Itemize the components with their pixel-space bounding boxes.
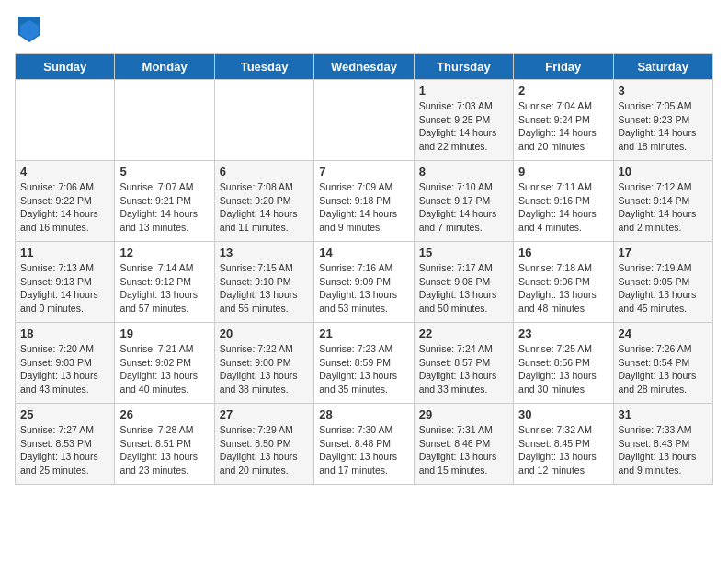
day-info: Sunrise: 7:05 AMSunset: 9:23 PMDaylight:… — [619, 99, 708, 154]
calendar-cell: 30Sunrise: 7:32 AMSunset: 8:45 PMDayligh… — [514, 404, 613, 485]
calendar-cell: 16Sunrise: 7:18 AMSunset: 9:06 PMDayligh… — [514, 242, 613, 323]
day-number: 17 — [619, 246, 708, 259]
day-info: Sunrise: 7:18 AMSunset: 9:06 PMDaylight:… — [518, 261, 608, 316]
calendar-cell: 9Sunrise: 7:11 AMSunset: 9:16 PMDaylight… — [514, 161, 613, 242]
page-header — [15, 15, 713, 42]
day-number: 25 — [20, 408, 109, 421]
weekday-header-monday: Monday — [115, 54, 214, 80]
calendar-cell: 2Sunrise: 7:04 AMSunset: 9:24 PMDaylight… — [514, 80, 613, 161]
day-info: Sunrise: 7:15 AMSunset: 9:10 PMDaylight:… — [220, 261, 309, 316]
calendar-table: SundayMondayTuesdayWednesdayThursdayFrid… — [15, 53, 713, 485]
calendar-cell: 25Sunrise: 7:27 AMSunset: 8:53 PMDayligh… — [16, 404, 115, 485]
day-info: Sunrise: 7:30 AMSunset: 8:48 PMDaylight:… — [319, 423, 408, 477]
calendar-cell: 19Sunrise: 7:21 AMSunset: 9:02 PMDayligh… — [115, 323, 214, 404]
day-number: 24 — [619, 327, 708, 340]
day-info: Sunrise: 7:11 AMSunset: 9:16 PMDaylight:… — [518, 180, 608, 235]
day-info: Sunrise: 7:19 AMSunset: 9:05 PMDaylight:… — [619, 261, 708, 316]
calendar-cell: 24Sunrise: 7:26 AMSunset: 8:54 PMDayligh… — [613, 323, 712, 404]
calendar-cell: 15Sunrise: 7:17 AMSunset: 9:08 PMDayligh… — [414, 242, 513, 323]
day-number: 27 — [220, 408, 309, 421]
calendar-cell: 10Sunrise: 7:12 AMSunset: 9:14 PMDayligh… — [613, 161, 712, 242]
logo — [15, 15, 40, 42]
day-info: Sunrise: 7:23 AMSunset: 8:59 PMDaylight:… — [319, 342, 408, 396]
day-number: 30 — [518, 408, 608, 421]
calendar-week-1: 1Sunrise: 7:03 AMSunset: 9:25 PMDaylight… — [16, 80, 713, 161]
day-number: 4 — [20, 165, 109, 178]
day-info: Sunrise: 7:31 AMSunset: 8:46 PMDaylight:… — [419, 423, 508, 477]
calendar-cell — [314, 80, 414, 161]
day-number: 8 — [419, 165, 508, 178]
day-number: 9 — [518, 165, 608, 178]
calendar-week-3: 11Sunrise: 7:13 AMSunset: 9:13 PMDayligh… — [16, 242, 713, 323]
day-number: 16 — [518, 246, 608, 259]
day-number: 20 — [220, 327, 309, 340]
day-info: Sunrise: 7:20 AMSunset: 9:03 PMDaylight:… — [20, 342, 109, 396]
day-info: Sunrise: 7:22 AMSunset: 9:00 PMDaylight:… — [220, 342, 309, 396]
day-info: Sunrise: 7:21 AMSunset: 9:02 PMDaylight:… — [119, 342, 209, 396]
calendar-cell: 18Sunrise: 7:20 AMSunset: 9:03 PMDayligh… — [16, 323, 115, 404]
calendar-cell: 28Sunrise: 7:30 AMSunset: 8:48 PMDayligh… — [314, 404, 414, 485]
calendar-cell — [214, 80, 313, 161]
day-info: Sunrise: 7:27 AMSunset: 8:53 PMDaylight:… — [20, 423, 109, 477]
day-info: Sunrise: 7:04 AMSunset: 9:24 PMDaylight:… — [518, 99, 608, 154]
weekday-header-wednesday: Wednesday — [314, 54, 414, 80]
calendar-cell: 8Sunrise: 7:10 AMSunset: 9:17 PMDaylight… — [414, 161, 513, 242]
logo-icon — [18, 17, 40, 42]
calendar-cell: 6Sunrise: 7:08 AMSunset: 9:20 PMDaylight… — [214, 161, 313, 242]
day-number: 1 — [419, 84, 508, 98]
weekday-header-sunday: Sunday — [16, 54, 115, 80]
calendar-cell: 22Sunrise: 7:24 AMSunset: 8:57 PMDayligh… — [414, 323, 513, 404]
calendar-cell: 23Sunrise: 7:25 AMSunset: 8:56 PMDayligh… — [514, 323, 613, 404]
day-number: 29 — [419, 408, 508, 421]
day-info: Sunrise: 7:06 AMSunset: 9:22 PMDaylight:… — [20, 180, 109, 235]
calendar-cell: 26Sunrise: 7:28 AMSunset: 8:51 PMDayligh… — [115, 404, 214, 485]
day-info: Sunrise: 7:17 AMSunset: 9:08 PMDaylight:… — [419, 261, 508, 316]
calendar-cell: 21Sunrise: 7:23 AMSunset: 8:59 PMDayligh… — [314, 323, 414, 404]
day-info: Sunrise: 7:10 AMSunset: 9:17 PMDaylight:… — [419, 180, 508, 235]
day-info: Sunrise: 7:24 AMSunset: 8:57 PMDaylight:… — [419, 342, 508, 396]
day-info: Sunrise: 7:26 AMSunset: 8:54 PMDaylight:… — [619, 342, 708, 396]
calendar-cell: 12Sunrise: 7:14 AMSunset: 9:12 PMDayligh… — [115, 242, 214, 323]
calendar-cell: 27Sunrise: 7:29 AMSunset: 8:50 PMDayligh… — [214, 404, 313, 485]
calendar-cell: 14Sunrise: 7:16 AMSunset: 9:09 PMDayligh… — [314, 242, 414, 323]
day-number: 22 — [419, 327, 508, 340]
weekday-header-row: SundayMondayTuesdayWednesdayThursdayFrid… — [16, 54, 713, 80]
day-number: 21 — [319, 327, 408, 340]
weekday-header-thursday: Thursday — [414, 54, 513, 80]
day-number: 23 — [518, 327, 608, 340]
day-number: 7 — [319, 165, 408, 178]
calendar-cell: 5Sunrise: 7:07 AMSunset: 9:21 PMDaylight… — [115, 161, 214, 242]
day-number: 26 — [119, 408, 209, 421]
day-info: Sunrise: 7:08 AMSunset: 9:20 PMDaylight:… — [220, 180, 309, 235]
day-info: Sunrise: 7:07 AMSunset: 9:21 PMDaylight:… — [119, 180, 209, 235]
day-number: 31 — [619, 408, 708, 421]
day-info: Sunrise: 7:03 AMSunset: 9:25 PMDaylight:… — [419, 99, 508, 154]
day-info: Sunrise: 7:29 AMSunset: 8:50 PMDaylight:… — [220, 423, 309, 477]
day-number: 6 — [220, 165, 309, 178]
calendar-week-5: 25Sunrise: 7:27 AMSunset: 8:53 PMDayligh… — [16, 404, 713, 485]
day-number: 10 — [619, 165, 708, 178]
day-info: Sunrise: 7:28 AMSunset: 8:51 PMDaylight:… — [119, 423, 209, 477]
day-number: 28 — [319, 408, 408, 421]
calendar-cell: 20Sunrise: 7:22 AMSunset: 9:00 PMDayligh… — [214, 323, 313, 404]
day-number: 14 — [319, 246, 408, 259]
calendar-cell: 17Sunrise: 7:19 AMSunset: 9:05 PMDayligh… — [613, 242, 712, 323]
calendar-cell: 11Sunrise: 7:13 AMSunset: 9:13 PMDayligh… — [16, 242, 115, 323]
day-info: Sunrise: 7:14 AMSunset: 9:12 PMDaylight:… — [119, 261, 209, 316]
day-number: 5 — [119, 165, 209, 178]
day-number: 11 — [20, 246, 109, 259]
calendar-cell: 31Sunrise: 7:33 AMSunset: 8:43 PMDayligh… — [613, 404, 712, 485]
day-info: Sunrise: 7:16 AMSunset: 9:09 PMDaylight:… — [319, 261, 408, 316]
day-number: 18 — [20, 327, 109, 340]
calendar-week-2: 4Sunrise: 7:06 AMSunset: 9:22 PMDaylight… — [16, 161, 713, 242]
calendar-cell: 13Sunrise: 7:15 AMSunset: 9:10 PMDayligh… — [214, 242, 313, 323]
calendar-cell — [115, 80, 214, 161]
day-number: 2 — [518, 84, 608, 98]
day-info: Sunrise: 7:09 AMSunset: 9:18 PMDaylight:… — [319, 180, 408, 235]
calendar-cell: 1Sunrise: 7:03 AMSunset: 9:25 PMDaylight… — [414, 80, 513, 161]
calendar-cell: 29Sunrise: 7:31 AMSunset: 8:46 PMDayligh… — [414, 404, 513, 485]
day-info: Sunrise: 7:12 AMSunset: 9:14 PMDaylight:… — [619, 180, 708, 235]
calendar-week-4: 18Sunrise: 7:20 AMSunset: 9:03 PMDayligh… — [16, 323, 713, 404]
calendar-cell — [16, 80, 115, 161]
weekday-header-tuesday: Tuesday — [214, 54, 313, 80]
